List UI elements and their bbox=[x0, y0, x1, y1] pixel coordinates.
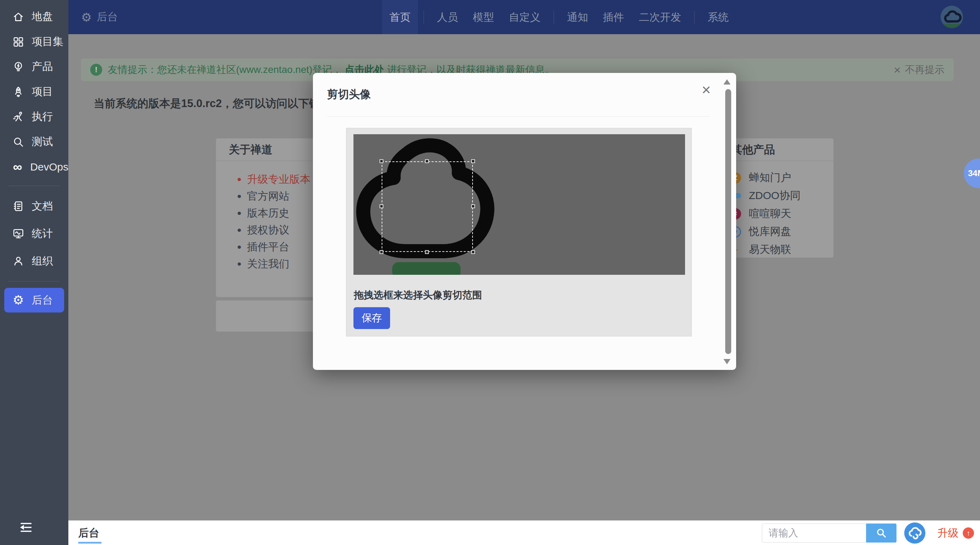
warning-icon: ! bbox=[90, 64, 102, 76]
modal-title: 剪切头像 bbox=[327, 87, 371, 102]
arrow-up-icon: ↑ bbox=[967, 529, 970, 537]
sidebar-item-label: 文档 bbox=[32, 199, 53, 213]
tab-system[interactable]: 系统 bbox=[700, 0, 736, 34]
sidebar-item-execution[interactable]: 执行 bbox=[0, 104, 68, 129]
product-chanzhi[interactable]: Z 蝉知门户 bbox=[730, 169, 834, 187]
grid-icon bbox=[12, 36, 25, 48]
product-zdoo[interactable]: ZDOO协同 bbox=[730, 187, 834, 205]
gear-icon: ⚙ bbox=[12, 294, 25, 307]
product-label: 悦库网盘 bbox=[749, 224, 791, 239]
sidebar-item-devops[interactable]: ∞ DevOps bbox=[0, 154, 68, 179]
sidebar-item-label: 项目 bbox=[32, 84, 53, 99]
search-button[interactable] bbox=[866, 523, 896, 543]
sidebar-item-admin[interactable]: ⚙ 后台 bbox=[4, 288, 64, 313]
search-icon bbox=[12, 136, 25, 148]
notice-dismiss[interactable]: × 不再提示 bbox=[894, 63, 944, 76]
modal-divider bbox=[327, 116, 710, 117]
tab-message[interactable]: 通知 bbox=[560, 0, 595, 34]
product-xuanxuan[interactable]: ✕ 喧喧聊天 bbox=[730, 205, 834, 222]
sidebar-item-project[interactable]: 项目 bbox=[0, 79, 68, 104]
scrollbar-up-arrow[interactable] bbox=[724, 79, 730, 84]
notebook-icon bbox=[12, 200, 25, 213]
product-label: 喧喧聊天 bbox=[749, 207, 791, 221]
crop-handle-nw[interactable] bbox=[380, 159, 383, 163]
crop-container: 拖拽选框来选择头像剪切范围 保存 bbox=[346, 128, 692, 337]
sidebar-item-doc[interactable]: 文档 bbox=[0, 192, 68, 220]
upgrade-arrow-badge: ↑ bbox=[963, 528, 974, 539]
green-logo-bar bbox=[392, 262, 461, 275]
cloud-avatar-icon bbox=[940, 6, 963, 28]
tab-dev[interactable]: 二次开发 bbox=[632, 0, 689, 34]
upgrade-label: 升级 bbox=[937, 526, 958, 540]
sidebar-item-program[interactable]: 项目集 bbox=[0, 29, 68, 54]
sidebar-item-product[interactable]: 产品 bbox=[0, 54, 68, 79]
sidebar-item-stats[interactable]: 统计 bbox=[0, 220, 68, 247]
upgrade-link[interactable]: 升级 ↑ bbox=[937, 521, 974, 545]
person-icon bbox=[12, 255, 25, 267]
sidebar-item-org[interactable]: 组织 bbox=[0, 247, 68, 275]
gear-icon: ⚙ bbox=[81, 11, 92, 23]
tab-home[interactable]: 首页 bbox=[382, 0, 418, 34]
collapse-menu-icon bbox=[18, 522, 32, 533]
bullet: • bbox=[237, 207, 242, 220]
crop-handle-ne[interactable] bbox=[471, 159, 475, 163]
scrollbar-thumb[interactable] bbox=[725, 89, 731, 354]
tab-staff[interactable]: 人员 bbox=[430, 0, 466, 34]
link-label: 版本历史 bbox=[247, 206, 289, 221]
search-input[interactable] bbox=[762, 523, 866, 543]
sidebar-item-label: 执行 bbox=[32, 110, 53, 124]
close-icon: × bbox=[894, 64, 901, 76]
home-icon bbox=[12, 11, 25, 23]
bottom-tab-admin[interactable]: 后台 bbox=[78, 521, 99, 545]
runner-icon bbox=[12, 111, 25, 123]
notice-dismiss-label: 不再提示 bbox=[905, 63, 944, 76]
user-avatar[interactable] bbox=[940, 6, 963, 28]
product-yitian[interactable]: ⌁ 易天物联 bbox=[730, 241, 834, 259]
bottom-tab-label: 后台 bbox=[78, 526, 99, 540]
panel-title: 其他产品 bbox=[721, 138, 834, 161]
save-button[interactable]: 保存 bbox=[353, 307, 390, 329]
top-navbar: ⚙ 后台 首页 人员 模型 自定义 通知 插件 二次开发 系统 bbox=[68, 0, 980, 34]
active-tab-underline bbox=[78, 542, 102, 543]
sidebar-collapse-button[interactable] bbox=[18, 520, 40, 535]
navbar-tabs: 首页 人员 模型 自定义 通知 插件 二次开发 系统 bbox=[382, 0, 736, 34]
sidebar-item-dashboard[interactable]: 地盘 bbox=[0, 4, 68, 29]
bullet: • bbox=[237, 173, 242, 186]
sidebar-divider bbox=[8, 281, 60, 281]
product-label: 易天物联 bbox=[749, 242, 791, 257]
zentao-logo-button[interactable] bbox=[904, 523, 925, 543]
sidebar-item-label: 统计 bbox=[32, 227, 53, 241]
rocket-icon bbox=[12, 86, 25, 98]
scrollbar-down-arrow[interactable] bbox=[724, 359, 730, 364]
link-label: 授权协议 bbox=[247, 223, 289, 237]
crop-selection-box[interactable] bbox=[382, 161, 473, 252]
tab-divider bbox=[694, 11, 695, 24]
sidebar-item-qa[interactable]: 测试 bbox=[0, 129, 68, 154]
crop-handle-n[interactable] bbox=[425, 159, 429, 163]
bullet: • bbox=[237, 223, 242, 237]
modal-close-button[interactable]: × bbox=[702, 82, 711, 98]
crop-handle-s[interactable] bbox=[425, 250, 429, 254]
magnifier-icon bbox=[876, 528, 887, 538]
crop-handle-e[interactable] bbox=[471, 204, 475, 208]
tab-custom[interactable]: 自定义 bbox=[501, 0, 548, 34]
product-yueku[interactable]: y 悦库网盘 bbox=[730, 222, 834, 241]
crop-handle-se[interactable] bbox=[471, 250, 475, 254]
navbar-admin-label: 后台 bbox=[97, 10, 118, 24]
version-heading: 当前系统的版本是15.0.rc2，您可以访问以下链接： bbox=[94, 96, 342, 111]
link-label: 插件平台 bbox=[247, 240, 289, 254]
product-list: Z 蝉知门户 ZDOO协同 ✕ 喧喧聊天 y 悦库网盘 ⌁ 易天物联 bbox=[721, 161, 834, 259]
tab-model[interactable]: 模型 bbox=[466, 0, 501, 34]
crop-avatar-modal: 剪切头像 × 拖拽选框来选择头像剪切范围 bbox=[313, 73, 736, 370]
monitor-chart-icon bbox=[12, 227, 25, 240]
bullet: • bbox=[237, 189, 242, 203]
sidebar-item-label: 产品 bbox=[32, 60, 53, 74]
link-label: 升级专业版本 bbox=[247, 172, 310, 187]
crop-handle-w[interactable] bbox=[380, 204, 383, 208]
tab-divider bbox=[423, 11, 424, 24]
crop-handle-sw[interactable] bbox=[380, 250, 383, 254]
bullet: • bbox=[237, 257, 242, 271]
search-group bbox=[762, 523, 896, 543]
tab-extension[interactable]: 插件 bbox=[595, 0, 632, 34]
navbar-admin-home[interactable]: ⚙ 后台 bbox=[81, 0, 118, 34]
